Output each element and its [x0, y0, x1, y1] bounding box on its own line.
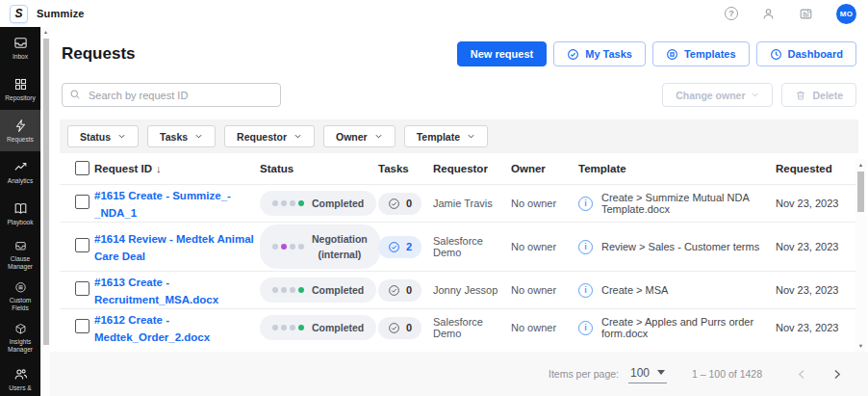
repository-icon [13, 77, 28, 92]
sidebar-item-requests[interactable]: Requests [0, 110, 40, 151]
previous-page-button[interactable] [791, 363, 812, 384]
row-checkbox[interactable] [75, 281, 89, 296]
column-header-requested[interactable]: Requested [776, 163, 858, 174]
row-checkbox[interactable] [75, 195, 89, 209]
column-header-owner[interactable]: Owner [511, 163, 578, 174]
logo-letter: S [14, 7, 22, 20]
request-link[interactable]: #1613 Create - Recruitment_MSA.docx [94, 277, 218, 305]
inbox-icon [13, 36, 28, 50]
items-per-page-label: Items per page: [549, 368, 619, 380]
news-icon[interactable] [799, 7, 813, 21]
table-row[interactable]: #1615 Create - Summize_-_NDA_1 Completed… [60, 184, 858, 222]
sidebar-item-insights-manager[interactable]: Insights Manager [0, 317, 40, 358]
request-link[interactable]: #1614 Review - Medtek Animal Care Deal [94, 233, 254, 262]
sidebar-scrollbar-thumb[interactable] [43, 39, 49, 345]
sidebar-item-analytics[interactable]: Analytics [0, 151, 40, 193]
templates-icon [666, 48, 678, 61]
sidebar-item-clause-manager[interactable]: Clause Manager [0, 234, 40, 276]
status-badge: Completed [260, 315, 376, 340]
template-cell: Create > Summize Mutual NDA Template.doc… [601, 192, 770, 215]
tasks-badge: 0 [378, 193, 421, 215]
sidebar-item-users[interactable]: Users & [0, 358, 40, 396]
check-circle-icon [567, 48, 579, 61]
user-icon[interactable] [761, 7, 776, 21]
brand-name: Summize [37, 8, 85, 19]
filter-template[interactable]: Template [404, 125, 488, 147]
table-scrollbar[interactable]: ▲ ▼ [855, 159, 866, 352]
chevron-down-icon [117, 132, 126, 141]
sidebar-item-playbook[interactable]: Playbook [0, 193, 40, 234]
row-checkbox[interactable] [75, 319, 89, 333]
check-circle-icon [388, 322, 400, 334]
chevron-down-icon [374, 132, 383, 141]
table-row[interactable]: #1614 Review - Medtek Animal Care Deal N… [60, 222, 858, 271]
select-all-checkbox[interactable] [75, 161, 89, 175]
table-row[interactable]: #1612 Create - Medtek_Order_2.docx Compl… [60, 308, 858, 346]
tasks-badge: 2 [378, 236, 421, 258]
summize-logo-icon[interactable]: S [10, 5, 28, 23]
help-icon[interactable]: ? [725, 7, 738, 20]
requested-cell: Nov 23, 2023 [776, 322, 858, 333]
pagination-bar: Items per page: 100 1 – 100 of 1428 [50, 352, 868, 396]
status-dots [272, 325, 304, 330]
caret-down-icon [657, 370, 665, 375]
template-cell: Review > Sales - Customer terms [601, 241, 759, 252]
info-icon[interactable]: i [578, 197, 593, 211]
items-per-page-select[interactable]: 100 [628, 365, 667, 383]
status-badge: Completed [260, 191, 376, 216]
column-header-status[interactable]: Status [260, 163, 378, 174]
requested-cell: Nov 23, 2023 [776, 241, 858, 252]
new-request-button[interactable]: New request [457, 41, 547, 66]
column-header-requestor[interactable]: Requestor [433, 163, 511, 174]
info-icon[interactable]: i [578, 283, 593, 298]
top-bar: S Summize ? MO [0, 0, 868, 27]
sidebar-item-custom-fields[interactable]: Custom Fields [0, 276, 40, 317]
column-header-request-id[interactable]: Request ID↓ [94, 163, 260, 174]
info-icon[interactable]: i [578, 321, 593, 335]
filter-owner[interactable]: Owner [323, 125, 396, 147]
sidebar-scrollbar[interactable]: ▲ [40, 27, 50, 396]
filter-requestor[interactable]: Requestor [224, 125, 315, 147]
pagination-range: 1 – 100 of 1428 [692, 368, 762, 380]
sidebar-item-repository[interactable]: Repository [0, 68, 40, 110]
scroll-up-arrow-icon[interactable]: ▲ [855, 162, 866, 168]
search-box [62, 83, 281, 107]
scroll-up-arrow-icon[interactable]: ▲ [41, 29, 50, 35]
status-badge: Negotiation(internal) [260, 224, 380, 270]
table-row[interactable]: #1613 Create - Recruitment_MSA.docx Comp… [60, 271, 858, 308]
filter-bar: Status Tasks Requestor Owner Template [60, 119, 858, 153]
owner-cell: No owner [511, 322, 578, 333]
templates-button[interactable]: Templates [652, 41, 750, 66]
clock-icon [770, 48, 782, 61]
delete-button[interactable]: Delete [781, 83, 856, 107]
lightning-icon [13, 119, 28, 133]
sort-desc-icon: ↓ [156, 163, 162, 174]
filter-tasks[interactable]: Tasks [147, 125, 216, 147]
filter-status[interactable]: Status [67, 125, 139, 147]
avatar[interactable]: MO [836, 4, 856, 24]
column-header-tasks[interactable]: Tasks [378, 163, 433, 174]
sidebar-item-inbox[interactable]: Inbox [0, 27, 40, 68]
my-tasks-button[interactable]: My Tasks [553, 41, 646, 66]
search-input[interactable] [62, 83, 281, 107]
chevron-down-icon [751, 91, 759, 99]
scroll-down-arrow-icon[interactable]: ▼ [855, 343, 866, 349]
change-owner-button[interactable]: Change owner [662, 83, 773, 107]
status-dots [272, 200, 304, 206]
next-page-button[interactable] [826, 363, 847, 384]
request-link[interactable]: #1615 Create - Summize_-_NDA_1 [94, 190, 231, 219]
dashboard-button[interactable]: Dashboard [756, 41, 856, 66]
owner-cell: No owner [511, 241, 578, 252]
cube-icon [13, 323, 28, 335]
table-header: Request ID↓ Status Tasks Requestor Owner… [60, 153, 858, 184]
row-checkbox[interactable] [75, 238, 89, 252]
request-link[interactable]: #1612 Create - Medtek_Order_2.docx [94, 314, 210, 343]
chevron-down-icon [467, 132, 475, 141]
requestor-cell: Jamie Travis [433, 198, 511, 209]
requested-cell: Nov 23, 2023 [776, 284, 858, 296]
info-icon[interactable]: i [578, 240, 593, 254]
requestor-cell: Jonny Jessop [433, 284, 511, 296]
table-scrollbar-thumb[interactable] [857, 172, 864, 212]
column-header-template[interactable]: Template [578, 163, 776, 174]
page-title: Requests [62, 44, 136, 64]
